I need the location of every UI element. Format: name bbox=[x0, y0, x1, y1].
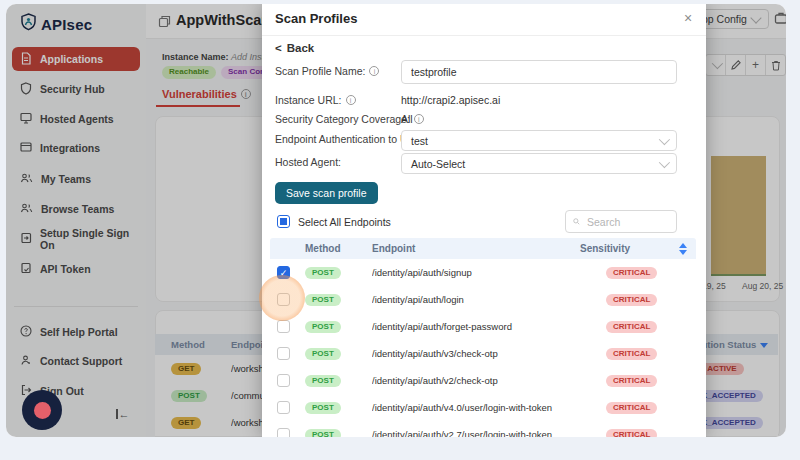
endpoints-table-header: Method Endpoint Sensitivity bbox=[270, 238, 696, 259]
endpoint-cell: /identity/api/auth/forget-password bbox=[372, 321, 606, 332]
scan-profiles-modal: Scan Profiles × < Back Scan Profile Name… bbox=[262, 4, 706, 437]
field-label: Security Category Coverage: bbox=[275, 113, 410, 125]
select-all-label: Select All Endpoints bbox=[298, 216, 391, 228]
row-checkbox[interactable] bbox=[277, 428, 290, 437]
back-label: Back bbox=[287, 42, 315, 54]
endpoint-cell: /identity/api/auth/v2/check-otp bbox=[372, 375, 606, 386]
search-icon bbox=[573, 216, 580, 227]
endpoint-row[interactable]: POST /identity/api/auth/v3/check-otp CRI… bbox=[270, 340, 696, 368]
col-sensitivity: Sensitivity bbox=[580, 243, 670, 254]
sensitivity-badge: CRITICAL bbox=[606, 348, 657, 361]
hosted-agent-label: Hosted Agent: bbox=[275, 156, 341, 168]
endpoint-cell: /identity/api/auth/v2.7/user/login-with-… bbox=[372, 429, 606, 437]
sensitivity-badge: CRITICAL bbox=[606, 294, 657, 307]
sort-control[interactable] bbox=[670, 243, 696, 255]
field-label: Hosted Agent: bbox=[275, 156, 341, 168]
instance-url-label: Instance URL:i bbox=[275, 94, 356, 106]
scan-profile-name-input[interactable] bbox=[401, 60, 677, 84]
sort-up-icon bbox=[679, 243, 687, 248]
click-highlight-ring bbox=[259, 275, 305, 321]
col-endpoint: Endpoint bbox=[372, 243, 580, 254]
screen-recorder-button[interactable] bbox=[22, 390, 62, 430]
method-badge: POST bbox=[305, 429, 341, 437]
endpoint-row[interactable]: POST /identity/api/auth/v2.7/user/login-… bbox=[270, 421, 696, 437]
save-scan-profile-button[interactable]: Save scan profile bbox=[275, 182, 378, 204]
method-badge: POST bbox=[305, 402, 341, 415]
modal-title: Scan Profiles bbox=[275, 11, 357, 26]
method-badge: POST bbox=[305, 321, 341, 334]
sensitivity-badge: CRITICAL bbox=[606, 429, 657, 437]
info-icon: i bbox=[369, 66, 379, 76]
field-label: Endpoint Authentication to Use: bbox=[275, 133, 422, 145]
row-checkbox[interactable] bbox=[277, 401, 290, 414]
select-all-endpoints[interactable]: Select All Endpoints bbox=[277, 215, 391, 228]
info-icon: i bbox=[414, 114, 424, 124]
sensitivity-badge: CRITICAL bbox=[606, 402, 657, 415]
close-icon[interactable]: × bbox=[680, 10, 696, 26]
indeterminate-mark bbox=[280, 218, 287, 225]
coverage-value: All bbox=[401, 113, 413, 125]
back-chevron-icon: < bbox=[275, 42, 282, 54]
endpoint-cell: /identity/api/auth/v3/check-otp bbox=[372, 348, 606, 359]
row-checkbox[interactable] bbox=[277, 347, 290, 360]
endpoint-row[interactable]: POST /identity/api/auth/v4.0/user/login-… bbox=[270, 394, 696, 422]
sensitivity-badge: CRITICAL bbox=[606, 321, 657, 334]
method-badge: POST bbox=[305, 294, 341, 307]
method-badge: POST bbox=[305, 375, 341, 388]
row-checkbox[interactable] bbox=[277, 320, 290, 333]
endpoint-row[interactable]: POST /identity/api/auth/v2/check-otp CRI… bbox=[270, 367, 696, 395]
endpoint-auth-select[interactable]: test bbox=[401, 130, 677, 151]
endpoint-row[interactable]: POST /identity/api/auth/forget-password … bbox=[270, 313, 696, 341]
select-value: Auto-Select bbox=[411, 158, 465, 170]
chevron-down-icon bbox=[659, 133, 670, 144]
method-badge: POST bbox=[305, 348, 341, 361]
back-button[interactable]: < Back bbox=[275, 42, 314, 54]
field-label: Scan Profile Name: bbox=[275, 65, 365, 77]
method-badge: POST bbox=[305, 267, 341, 280]
endpoint-cell: /identity/api/auth/login bbox=[372, 294, 606, 305]
endpoint-cell: /identity/api/auth/v4.0/user/login-with-… bbox=[372, 402, 606, 413]
row-checkbox[interactable] bbox=[277, 374, 290, 387]
endpoint-search[interactable] bbox=[565, 210, 677, 233]
endpoint-row[interactable]: POST /identity/api/auth/login CRITICAL bbox=[270, 286, 696, 314]
sensitivity-badge: CRITICAL bbox=[606, 375, 657, 388]
search-input[interactable] bbox=[585, 215, 669, 229]
sort-down-icon bbox=[679, 250, 687, 255]
select-value: test bbox=[411, 135, 428, 147]
instance-url-value: http://crapi2.apisec.ai bbox=[401, 94, 500, 106]
sensitivity-badge: CRITICAL bbox=[606, 267, 657, 280]
record-dot-icon bbox=[34, 402, 51, 419]
field-label: Instance URL: bbox=[275, 94, 342, 106]
chevron-down-icon bbox=[659, 156, 670, 167]
hosted-agent-select[interactable]: Auto-Select bbox=[401, 153, 677, 174]
col-method: Method bbox=[305, 243, 372, 254]
select-all-checkbox[interactable] bbox=[277, 215, 290, 228]
info-icon: i bbox=[346, 95, 356, 105]
endpoint-cell: /identity/api/auth/signup bbox=[372, 267, 606, 278]
endpoint-row[interactable]: ✓ POST /identity/api/auth/signup CRITICA… bbox=[270, 259, 696, 287]
app-window: APIsec Applications Security Hub Hosted … bbox=[6, 4, 786, 437]
scan-profile-name-label: Scan Profile Name:i bbox=[275, 65, 379, 77]
